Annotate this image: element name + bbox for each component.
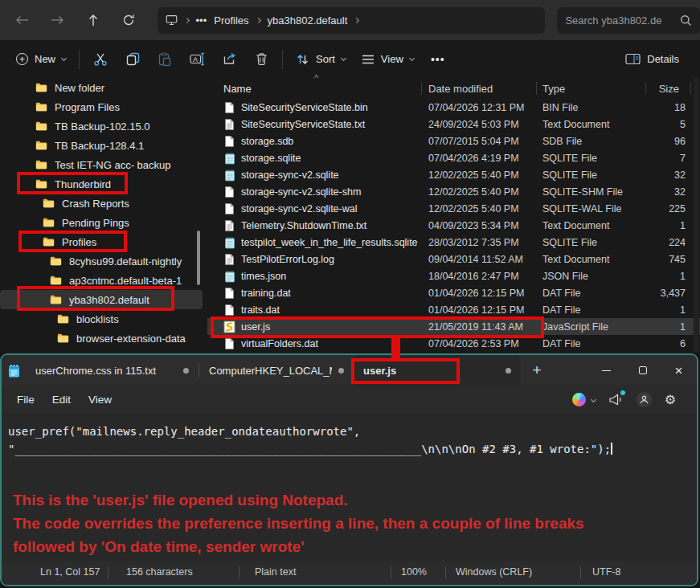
column-header-name[interactable]: Name [207, 83, 422, 95]
sort-button[interactable]: Sort [288, 48, 354, 71]
forward-button[interactable] [40, 6, 76, 35]
status-encoding[interactable]: UTF-8 [592, 566, 620, 578]
file-size: 18 [645, 102, 692, 113]
column-divider[interactable] [536, 82, 537, 95]
menu-view[interactable]: View [80, 390, 121, 410]
sidebar-item-tb-backup-128-4-1[interactable]: TB Backup-128.4.1 [0, 136, 203, 155]
paste-button[interactable] [149, 46, 181, 73]
menu-bar-icons: ⚙ [572, 392, 690, 407]
new-button[interactable]: + New [8, 48, 74, 70]
search-input[interactable]: Search yba3h802.de [557, 7, 700, 34]
status-separator [580, 566, 581, 578]
sidebar-item-new-folder[interactable]: New folder [0, 78, 203, 97]
sidebar-item-test-iet-ng-acc-backup[interactable]: Test IET-NG acc- backup [0, 155, 203, 174]
account-button[interactable] [637, 392, 652, 407]
forward-arrow-icon [51, 14, 64, 26]
file-type: SQLITE File [537, 169, 645, 181]
view-button[interactable]: View [354, 48, 422, 70]
copy-button[interactable] [117, 46, 149, 73]
file-name: SiteSecurityServiceState.txt [241, 119, 365, 130]
file-row-telemetry-shutdowntime-txt[interactable]: Telemetry.ShutdownTime.txt04/09/2023 5:3… [207, 217, 700, 234]
sidebar-item-program-files[interactable]: Program Files [0, 97, 203, 116]
share-button[interactable] [213, 46, 245, 73]
delete-button[interactable] [245, 46, 277, 73]
sidebar-item-browser-extension-data[interactable]: browser-extension-data [0, 329, 203, 348]
file-size: 32 [645, 169, 692, 181]
sidebar-item-thunderbird[interactable]: Thunderbird [0, 174, 203, 194]
folder-label: Test IET-NG acc- backup [55, 159, 171, 171]
up-button[interactable] [76, 6, 111, 35]
file-row-training-dat[interactable]: training.dat01/04/2026 12:15 PMDAT File3… [207, 284, 700, 301]
file-row-times-json[interactable]: times.json18/04/2016 2:47 PMJSON File1 [207, 267, 700, 284]
address-bar[interactable]: ••• Profiles yba3h802.default [158, 7, 546, 34]
sidebar-item-ap3cntmc-default-beta-1[interactable]: ap3cntmc.default-beta-1 [0, 271, 203, 290]
sqlite-file-icon [223, 236, 235, 249]
file-row-storage-sync-v2-sqlite-wal[interactable]: storage-sync-v2.sqlite-wal12/02/2025 5:4… [207, 200, 700, 217]
breadcrumb-ellipsis[interactable]: ••• [196, 14, 207, 27]
tab-user-js[interactable]: user.js [354, 355, 521, 386]
refresh-button[interactable] [111, 6, 146, 35]
file-type: DAT File [537, 304, 645, 316]
column-header-size[interactable]: Size [645, 83, 692, 95]
breadcrumb-current-folder[interactable]: yba3h802.default [268, 14, 348, 27]
file-rows: SiteSecurityServiceState.bin07/04/2026 1… [207, 99, 700, 352]
file-row-storage-sdb[interactable]: storage.sdb07/07/2015 5:04 PMSDB File96 [207, 133, 700, 149]
menu-edit[interactable]: Edit [43, 390, 80, 410]
sidebar-item-crash-reports[interactable]: Crash Reports [0, 194, 203, 213]
folder-icon [43, 198, 55, 209]
file-row-storage-sqlite[interactable]: storage.sqlite07/04/2026 4:19 PMSQLITE F… [207, 149, 700, 166]
column-divider[interactable] [645, 82, 646, 95]
new-tab-button[interactable]: + [521, 355, 553, 386]
tab-computer-hkey[interactable]: ComputerHKEY_LOCAL_MACI [199, 355, 354, 386]
see-more-button[interactable]: ••• [422, 46, 454, 73]
file-row-user-js[interactable]: user.js21/05/2019 11:43 AMJavaScript Fil… [207, 318, 700, 335]
file-list-scrollbar[interactable] [694, 78, 699, 352]
search-icon [680, 14, 692, 27]
back-button[interactable] [5, 6, 40, 35]
sidebar-item-8cyhsu99-default-nightly[interactable]: 8cyhsu99.default-nightly [0, 251, 203, 271]
folder-label: TB Backup-102.15.0 [55, 120, 150, 133]
feedback-button[interactable] [608, 393, 624, 406]
notepad-editor[interactable]: user_pref("mailnews.reply_header_ondatea… [2, 413, 697, 458]
tab-userchrome[interactable]: userChrome.css in 115.txt [26, 355, 199, 386]
file-name: TestPilotErrorLog.log [241, 254, 334, 265]
file-type: Text Document [537, 119, 645, 130]
sqlite-file-icon [223, 270, 235, 283]
details-button[interactable]: Details [617, 48, 692, 70]
sidebar-item-pending-pings[interactable]: Pending Pings [0, 213, 203, 232]
explorer-nav-bar: ••• Profiles yba3h802.default Search yba… [0, 0, 700, 40]
status-line-ending[interactable]: Windows (CRLF) [456, 566, 532, 578]
sidebar-item-tb-backup-102-15-0[interactable]: TB Backup-102.15.0 [0, 116, 203, 136]
file-row-testpilot-week-in-the-life-results-sqlite[interactable]: testpilot_week_in_the_life_results.sqlit… [207, 234, 700, 251]
file-row-sitesecurityservicestate-txt[interactable]: SiteSecurityServiceState.txt24/09/2024 5… [207, 116, 700, 133]
file-row-traits-dat[interactable]: traits.dat01/04/2026 12:15 PMDAT File1 [207, 301, 700, 318]
file-row-storage-sync-v2-sqlite-shm[interactable]: storage-sync-v2.sqlite-shm12/02/2025 5:4… [207, 183, 700, 200]
file-row-sitesecurityservicestate-bin[interactable]: SiteSecurityServiceState.bin07/04/2026 1… [207, 99, 700, 116]
cut-button[interactable] [84, 46, 117, 73]
sidebar-item-yba3h802-default[interactable]: yba3h802.default [0, 290, 203, 309]
file-row-storage-sync-v2-sqlite[interactable]: storage-sync-v2.sqlite12/02/2025 5:40 PM… [207, 166, 700, 183]
minimize-button[interactable] [588, 355, 624, 386]
column-header-date[interactable]: Date modified [422, 83, 537, 95]
column-divider[interactable] [690, 82, 691, 95]
annotation-line-1: This is the 'user.js' file opened using … [13, 488, 697, 512]
column-divider[interactable] [421, 82, 422, 95]
close-button[interactable]: × [661, 355, 697, 386]
refresh-icon [122, 14, 135, 27]
column-header-type[interactable]: Type [537, 83, 645, 95]
maximize-button[interactable] [624, 355, 661, 386]
sidebar-item-blocklists[interactable]: blocklists [0, 309, 203, 329]
file-row-testpiloterrorlog-log[interactable]: TestPilotErrorLog.log09/04/2014 11:52 AM… [207, 251, 700, 267]
file-list-header: Name Date modified Type Size ^ [207, 78, 700, 99]
sidebar-item-profiles[interactable]: Profiles [0, 232, 203, 251]
copilot-button[interactable] [572, 393, 596, 406]
file-row-virtualfolders-dat[interactable]: virtualFolders.dat07/04/2026 2:53 PMDAT … [207, 335, 700, 352]
settings-button[interactable]: ⚙ [665, 392, 676, 407]
file-date-modified: 07/04/2026 4:19 PM [422, 153, 537, 164]
status-zoom-level[interactable]: 100% [401, 566, 427, 578]
rename-button[interactable]: A [181, 46, 213, 73]
breadcrumb-profiles[interactable]: Profiles [214, 14, 248, 27]
menu-file[interactable]: File [8, 390, 43, 410]
file-date-modified: 21/05/2019 11:43 AM [422, 321, 537, 333]
sidebar-scrollbar[interactable] [197, 231, 200, 285]
